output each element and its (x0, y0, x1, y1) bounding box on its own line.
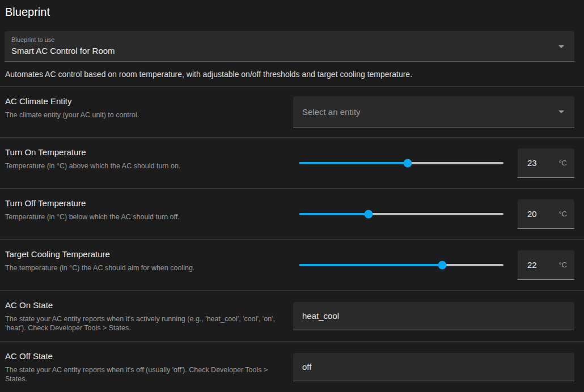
row-title: Turn Off Temperature (5, 198, 287, 208)
row-control: 22 °C (293, 250, 574, 280)
blueprint-select-label: Blueprint to use (11, 36, 552, 44)
config-rows: AC Climate Entity The climate entity (yo… (0, 86, 584, 392)
row-control: 20 °C (293, 199, 574, 229)
blueprint-select[interactable]: Blueprint to use Smart AC Control for Ro… (5, 31, 574, 62)
turn-off-temperature-slider[interactable] (299, 206, 503, 222)
row-control: Select an entity (293, 96, 574, 127)
chevron-down-icon (558, 45, 564, 48)
temperature-unit: °C (558, 261, 567, 269)
temperature-unit: °C (558, 159, 567, 167)
row-text: Target Cooling Temperature The temperatu… (5, 247, 287, 272)
chevron-down-icon (558, 110, 564, 113)
ac-on-state-input[interactable] (293, 302, 574, 330)
turn-on-temperature-input[interactable]: 23 °C (518, 148, 574, 178)
target-cooling-temperature-slider[interactable] (299, 257, 503, 273)
row-control: 23 °C (293, 148, 574, 178)
entity-select-placeholder: Select an entity (302, 107, 361, 117)
row-description: The temperature (in °C) the AC should ai… (5, 263, 287, 272)
row-ac-on-state: AC On State The state your AC entity rep… (0, 290, 584, 341)
row-text: Turn Off Temperature Temperature (in °C)… (5, 196, 287, 221)
row-title: AC Off State (5, 351, 287, 361)
blueprint-select-value: Smart AC Control for Room (11, 45, 552, 57)
row-target-cooling-temperature: Target Cooling Temperature The temperatu… (0, 239, 584, 290)
slider-thumb[interactable] (365, 210, 373, 218)
row-turn-on-temperature: Turn On Temperature Temperature (in °C) … (0, 137, 584, 188)
slider-fill (299, 264, 442, 266)
slider-fill (299, 213, 369, 215)
row-title: Target Cooling Temperature (5, 249, 287, 259)
temperature-value: 23 (527, 158, 537, 168)
slider-thumb[interactable] (403, 159, 412, 167)
row-title: Turn On Temperature (5, 147, 287, 157)
row-description: The climate entity (your AC unit) to con… (5, 110, 287, 120)
temperature-value: 22 (527, 260, 537, 270)
row-title: AC Climate Entity (5, 96, 287, 106)
target-cooling-temperature-input[interactable]: 22 °C (518, 250, 574, 280)
row-title: AC On State (5, 300, 287, 310)
row-description: Temperature (in °C) below which the AC s… (5, 212, 287, 221)
page-title: Blueprint (0, 0, 584, 19)
temperature-unit: °C (558, 210, 567, 218)
temperature-value: 20 (527, 209, 537, 219)
row-turn-off-temperature: Turn Off Temperature Temperature (in °C)… (0, 188, 584, 239)
row-text: Turn On Temperature Temperature (in °C) … (5, 145, 287, 171)
row-description: Temperature (in °C) above which the AC s… (5, 161, 287, 171)
row-text: AC Climate Entity The climate entity (yo… (5, 94, 287, 120)
row-text: AC Off State The state your AC entity re… (5, 349, 287, 384)
row-control (293, 353, 574, 381)
row-control (293, 302, 574, 330)
slider-thumb[interactable] (438, 261, 447, 269)
row-ac-off-state: AC Off State The state your AC entity re… (0, 341, 584, 392)
ac-off-state-input[interactable] (293, 353, 574, 381)
row-ac-climate-entity: AC Climate Entity The climate entity (yo… (0, 86, 584, 137)
entity-select[interactable]: Select an entity (293, 96, 574, 127)
blueprint-description: Automates AC control based on room tempe… (5, 69, 574, 79)
turn-on-temperature-slider[interactable] (299, 155, 503, 171)
slider-fill (299, 162, 408, 164)
row-description: The state your AC entity reports when it… (5, 314, 287, 333)
row-text: AC On State The state your AC entity rep… (5, 298, 287, 333)
row-description: The state your AC entity reports when it… (5, 365, 287, 384)
turn-off-temperature-input[interactable]: 20 °C (518, 199, 574, 229)
